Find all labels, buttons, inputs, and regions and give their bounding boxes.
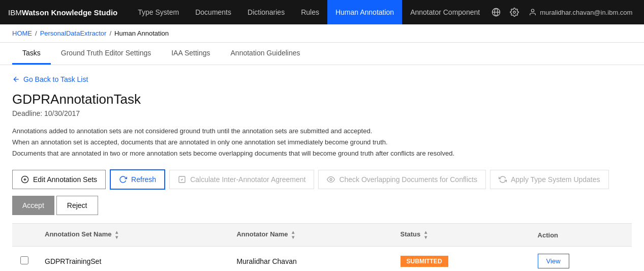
checkmark-icon: [178, 175, 186, 184]
calculate-iaa-button[interactable]: Calculate Inter-Annotator Agreement: [169, 170, 314, 189]
table-header-checkbox: [12, 224, 37, 247]
tab-iaa-settings[interactable]: IAA Settings: [161, 43, 220, 65]
row-status-cell: SUBMITTED: [392, 247, 530, 271]
table-header-annotator-name[interactable]: Annotator Name ▴▾: [228, 224, 392, 247]
reject-button[interactable]: Reject: [56, 196, 98, 215]
back-link-label: Go Back to Task List: [23, 75, 88, 83]
sort-icon-annotation-set: ▴▾: [115, 230, 118, 240]
refresh-label: Refresh: [131, 175, 156, 184]
brand-name: Watson Knowledge Studio: [22, 8, 118, 17]
nav-human-annotation[interactable]: Human Annotation: [327, 0, 402, 24]
user-menu[interactable]: muralidhar.chavan@in.ibm.com: [525, 8, 636, 16]
sort-icon-annotator: ▴▾: [292, 230, 294, 240]
annotation-set-name-label: Annotation Set Name: [45, 231, 111, 238]
svg-point-3: [513, 11, 516, 14]
breadcrumb: HOME / PersonalDataExtractor / Human Ann…: [0, 24, 644, 43]
topnav: IBM Watson Knowledge Studio Type System …: [0, 0, 644, 24]
brand: IBM Watson Knowledge Studio: [8, 8, 117, 17]
action-label: Action: [538, 231, 558, 239]
brand-ibm: IBM: [8, 8, 22, 17]
tabs-bar: Tasks Ground Truth Editor Settings IAA S…: [0, 43, 644, 65]
user-email: muralidhar.chavan@in.ibm.com: [540, 9, 632, 16]
settings-icon[interactable]: [506, 4, 523, 20]
sort-icon-status: ▴▾: [424, 230, 427, 240]
sync-icon: [499, 175, 507, 184]
breadcrumb-home[interactable]: HOME: [12, 29, 32, 37]
breadcrumb-current: Human Annotation: [114, 29, 169, 37]
desc-line3: Documents that are annotated in two or m…: [12, 148, 632, 159]
globe-icon[interactable]: [488, 4, 504, 20]
row-checkbox-cell: [12, 247, 37, 271]
status-label: Status: [401, 231, 421, 238]
topnav-right: muralidhar.chavan@in.ibm.com: [488, 4, 636, 20]
main-content: Go Back to Task List GDPRAnnotationTask …: [0, 65, 644, 271]
desc-line1: Annotations added to annotation sets are…: [12, 126, 632, 137]
status-badge: SUBMITTED: [401, 256, 448, 267]
task-description: Annotations added to annotation sets are…: [12, 126, 632, 159]
nav-dictionaries[interactable]: Dictionaries: [239, 0, 293, 24]
table-header-status[interactable]: Status ▴▾: [392, 224, 530, 247]
refresh-button[interactable]: Refresh: [110, 169, 165, 190]
nav-type-system[interactable]: Type System: [130, 0, 187, 24]
annotation-sets-table: Annotation Set Name ▴▾ Annotator Name ▴▾…: [12, 223, 632, 271]
edit-annotation-sets-button[interactable]: Edit Annotation Sets: [12, 170, 106, 189]
task-deadline: Deadline: 10/30/2017: [12, 109, 632, 117]
accept-button[interactable]: Accept: [12, 196, 54, 215]
table-header-action: Action: [530, 224, 632, 247]
tab-ground-truth[interactable]: Ground Truth Editor Settings: [51, 43, 161, 65]
annotator-name-label: Annotator Name: [236, 231, 288, 238]
table-row: GDPRTrainingSet Muralidhar Chavan SUBMIT…: [12, 247, 632, 271]
tab-tasks[interactable]: Tasks: [12, 43, 51, 65]
nav-documents[interactable]: Documents: [187, 0, 239, 24]
view-button[interactable]: View: [538, 254, 569, 268]
task-title: GDPRAnnotationTask: [12, 92, 632, 107]
apply-type-system-button[interactable]: Apply Type System Updates: [490, 170, 609, 189]
table-header-annotation-set-name[interactable]: Annotation Set Name ▴▾: [37, 224, 228, 247]
breadcrumb-sep1: /: [35, 29, 37, 37]
svg-point-10: [330, 178, 332, 180]
check-overlapping-label: Check Overlapping Documents for Conflict…: [339, 175, 477, 184]
svg-point-4: [531, 9, 534, 12]
tab-annotation-guidelines[interactable]: Annotation Guidelines: [221, 43, 311, 65]
nav-annotator-component[interactable]: Annotator Component: [402, 0, 488, 24]
eye-icon: [327, 175, 335, 184]
plus-circle-icon: [21, 175, 29, 184]
row-action-cell: View: [530, 247, 632, 271]
desc-line2: When an annotation set is accepted, docu…: [12, 137, 632, 148]
row-annotator-name: Muralidhar Chavan: [228, 247, 392, 271]
actions-row: Edit Annotation Sets Refresh Calculate I…: [12, 169, 632, 190]
topnav-links: Type System Documents Dictionaries Rules…: [130, 0, 488, 24]
row-annotation-set-name: GDPRTrainingSet: [37, 247, 228, 271]
apply-type-system-label: Apply Type System Updates: [511, 175, 600, 184]
back-link[interactable]: Go Back to Task List: [12, 75, 88, 83]
nav-rules[interactable]: Rules: [293, 0, 327, 24]
breadcrumb-sep2: /: [109, 29, 111, 37]
accept-reject-row: Accept Reject: [12, 196, 632, 215]
calculate-iaa-label: Calculate Inter-Annotator Agreement: [190, 175, 305, 184]
row-checkbox[interactable]: [20, 256, 28, 264]
breadcrumb-project[interactable]: PersonalDataExtractor: [40, 29, 107, 37]
refresh-icon: [119, 175, 127, 184]
edit-annotation-sets-label: Edit Annotation Sets: [33, 175, 97, 184]
arrow-left-icon: [12, 75, 20, 83]
check-overlapping-button[interactable]: Check Overlapping Documents for Conflict…: [318, 170, 486, 189]
